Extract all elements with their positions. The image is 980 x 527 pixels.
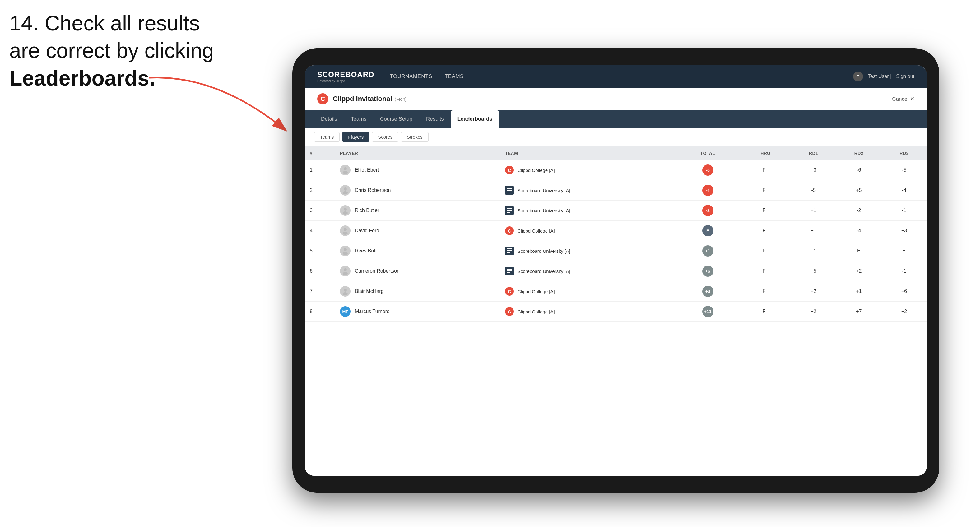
cell-rd3: -5 <box>881 160 927 180</box>
table-row: 2Chris RobertsonScoreboard University [A… <box>305 180 927 200</box>
filter-teams-button[interactable]: Teams <box>314 132 340 142</box>
filter-scores-button[interactable]: Scores <box>372 132 398 142</box>
col-rank: # <box>305 146 335 160</box>
logo-sub-text: Powered by clippd <box>317 79 374 83</box>
cell-rd1: +3 <box>791 160 836 180</box>
tournament-badge: (Men) <box>395 96 407 102</box>
svg-point-15 <box>344 248 347 251</box>
sign-out-button[interactable]: Sign out <box>896 74 915 79</box>
svg-point-25 <box>344 289 347 292</box>
tournament-logo: C <box>317 93 328 105</box>
svg-rect-11 <box>507 210 512 211</box>
tab-teams[interactable]: Teams <box>344 110 373 128</box>
cell-total: +3 <box>678 281 737 302</box>
cell-thru: F <box>737 180 791 200</box>
player-name: Blair McHarg <box>355 289 383 294</box>
table-header-row: # PLAYER TEAM TOTAL THRU RD1 RD2 RD3 <box>305 146 927 160</box>
cell-rd3: +2 <box>881 302 927 322</box>
svg-point-3 <box>344 187 347 190</box>
cell-player: Blair McHarg <box>335 281 500 302</box>
svg-rect-12 <box>507 212 511 213</box>
cell-team: Scoreboard University [A] <box>500 241 678 261</box>
cell-rd2: E <box>836 241 882 261</box>
col-player: PLAYER <box>335 146 500 160</box>
cell-team: Scoreboard University [A] <box>500 261 678 281</box>
col-team: TEAM <box>500 146 678 160</box>
svg-point-9 <box>343 211 348 214</box>
svg-rect-24 <box>507 272 511 273</box>
nav-teams[interactable]: TEAMS <box>445 73 464 79</box>
cell-rd2: -6 <box>836 160 882 180</box>
cell-rd3: -4 <box>881 180 927 200</box>
team-name: Clippd College [A] <box>517 168 555 173</box>
nav-right: T Test User | Sign out <box>853 71 915 81</box>
svg-point-20 <box>344 268 347 271</box>
cell-player: Rees Britt <box>335 241 500 261</box>
cell-player: MTMarcus Turners <box>335 302 500 322</box>
team-name: Clippd College [A] <box>517 228 555 233</box>
cell-team: Scoreboard University [A] <box>500 180 678 200</box>
svg-rect-23 <box>507 270 512 271</box>
cell-thru: F <box>737 281 791 302</box>
user-avatar: T <box>853 71 863 81</box>
cell-rd1: -5 <box>791 180 836 200</box>
cell-rd3: E <box>881 241 927 261</box>
col-total: TOTAL <box>678 146 737 160</box>
tab-course-setup[interactable]: Course Setup <box>373 110 419 128</box>
cell-thru: F <box>737 261 791 281</box>
cell-team: CClippd College [A] <box>500 302 678 322</box>
cell-rd1: +5 <box>791 261 836 281</box>
col-rd3: RD3 <box>881 146 927 160</box>
scoreboard-logo: SCOREBOARD Powered by clippd <box>317 70 374 83</box>
filter-bar: Teams Players Scores Strokes <box>305 128 927 146</box>
svg-rect-22 <box>507 268 512 270</box>
table-row: 8MTMarcus TurnersCClippd College [A]+11F… <box>305 302 927 322</box>
filter-players-button[interactable]: Players <box>342 132 369 142</box>
cell-team: Scoreboard University [A] <box>500 200 678 221</box>
col-rd2: RD2 <box>836 146 882 160</box>
cell-total: E <box>678 221 737 241</box>
svg-point-1 <box>344 167 347 170</box>
cell-total: -2 <box>678 200 737 221</box>
player-name: Cameron Robertson <box>355 268 400 274</box>
instruction-text: 14. Check all results are correct by cli… <box>10 10 214 92</box>
svg-rect-17 <box>507 248 512 249</box>
tournament-header: C Clippd Invitational (Men) Cancel ✕ <box>305 88 927 110</box>
tab-details[interactable]: Details <box>314 110 344 128</box>
table-row: 3Rich ButlerScoreboard University [A]-2F… <box>305 200 927 221</box>
table-row: 7Blair McHargCClippd College [A]+3F+2+1+… <box>305 281 927 302</box>
cell-rd1: +1 <box>791 221 836 241</box>
top-nav: SCOREBOARD Powered by clippd TOURNAMENTS… <box>305 65 927 88</box>
svg-rect-6 <box>507 190 512 190</box>
table-row: 1Elliot EbertCClippd College [A]-8F+3-6-… <box>305 160 927 180</box>
col-thru: THRU <box>737 146 791 160</box>
cell-total: +6 <box>678 261 737 281</box>
tab-leaderboards[interactable]: Leaderboards <box>451 110 499 128</box>
cell-rd2: +5 <box>836 180 882 200</box>
player-name: Rich Butler <box>355 208 379 213</box>
cell-rd1: +2 <box>791 302 836 322</box>
cell-rd3: -1 <box>881 261 927 281</box>
cell-rd2: -2 <box>836 200 882 221</box>
cell-player: Elliot Ebert <box>335 160 500 180</box>
logo-main-text: SCOREBOARD <box>317 70 374 79</box>
cell-team: CClippd College [A] <box>500 281 678 302</box>
tab-bar: Details Teams Course Setup Results Leade… <box>305 110 927 128</box>
player-name: David Ford <box>355 228 379 233</box>
cell-rd3: +3 <box>881 221 927 241</box>
cancel-button[interactable]: Cancel ✕ <box>892 96 915 102</box>
table-row: 4David FordCClippd College [A]EF+1-4+3 <box>305 221 927 241</box>
cell-rank: 8 <box>305 302 335 322</box>
team-name: Clippd College [A] <box>517 289 555 294</box>
svg-point-14 <box>343 232 348 235</box>
cell-rank: 7 <box>305 281 335 302</box>
team-name: Scoreboard University [A] <box>517 248 570 254</box>
cell-player: Chris Robertson <box>335 180 500 200</box>
cell-player: Cameron Robertson <box>335 261 500 281</box>
filter-strokes-button[interactable]: Strokes <box>401 132 429 142</box>
cell-rank: 3 <box>305 200 335 221</box>
nav-user-text: Test User | <box>868 74 891 79</box>
tab-results[interactable]: Results <box>419 110 451 128</box>
svg-rect-18 <box>507 250 512 251</box>
nav-tournaments[interactable]: TOURNAMENTS <box>390 73 432 79</box>
